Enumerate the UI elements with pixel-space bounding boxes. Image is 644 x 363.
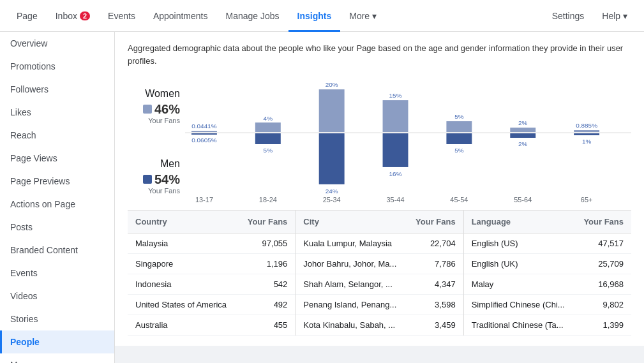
sidebar-item-reach[interactable]: Reach: [0, 124, 114, 147]
women-label-group: Women 46% Your Fans: [128, 88, 180, 124]
table-row: United States of America 492: [128, 295, 295, 315]
sidebar-item-messages[interactable]: Messages: [0, 353, 114, 363]
label-men-25-34: 24%: [326, 188, 338, 195]
table-row: Penang Island, Penang... 3,598: [296, 295, 463, 315]
bar-men-35-44: [383, 133, 408, 167]
bar-men-45-54: [446, 133, 472, 144]
nav-events[interactable]: Events: [99, 0, 144, 32]
bar-chart-svg: 0.0441% 4% 20% 15% 5%: [185, 77, 631, 205]
nav-page[interactable]: Page: [8, 0, 47, 32]
nav-manage-jobs[interactable]: Manage Jobs: [217, 0, 288, 32]
label-women-45-54: 5%: [454, 113, 464, 120]
table-row: Johor Bahru, Johor, Ma... 7,786: [296, 254, 463, 274]
sidebar-item-page-previews[interactable]: Page Previews: [0, 170, 114, 193]
women-label: Women: [145, 88, 180, 100]
sidebar-item-people[interactable]: People: [0, 330, 114, 353]
bar-men-18-24: [255, 133, 281, 144]
country-table-header: Country Your Fans: [128, 211, 295, 233]
label-men-65plus: 1%: [582, 138, 592, 145]
men-label-group: Men 54% Your Fans: [128, 158, 180, 195]
nav-more[interactable]: More ▾: [340, 0, 386, 32]
label-men-45-54: 5%: [454, 147, 464, 154]
label-men-13-17: 0.0605%: [191, 137, 216, 144]
table-row: Kuala Lumpur, Malaysia 22,704: [296, 233, 463, 254]
bar-men-25-34: [319, 133, 345, 184]
language-table: Language Your Fans English (US) 47,517 E…: [464, 211, 631, 336]
page-description: Aggregated demographic data about the pe…: [128, 42, 631, 67]
city-table-header: City Your Fans: [296, 211, 463, 233]
country-fans-header: Your Fans: [248, 217, 288, 226]
sidebar-item-page-views[interactable]: Page Views: [0, 147, 114, 170]
nav-appointments[interactable]: Appointments: [144, 0, 217, 32]
sidebar: Overview Promotions Followers Likes Reac…: [0, 32, 115, 363]
table-row: Kota Kinabalu, Sabah, ... 3,459: [296, 315, 463, 336]
age-label-25-34: 25-34: [323, 196, 341, 204]
sidebar-item-likes[interactable]: Likes: [0, 101, 114, 124]
bar-women-25-34: [319, 89, 345, 132]
bar-women-45-54: [446, 121, 472, 132]
sidebar-item-actions-on-page[interactable]: Actions on Page: [0, 193, 114, 216]
age-label-13-17: 13-17: [195, 196, 213, 204]
age-label-35-44: 35-44: [386, 196, 404, 204]
men-color-swatch: [143, 175, 152, 184]
men-label: Men: [160, 158, 180, 170]
label-men-35-44: 16%: [389, 170, 402, 177]
table-row: Malaysia 97,055: [128, 233, 295, 254]
label-women-55-64: 2%: [518, 119, 528, 126]
nav-help[interactable]: Help ▾: [593, 0, 636, 32]
inbox-badge: 2: [80, 11, 90, 20]
table-row: English (US) 47,517: [464, 233, 631, 254]
label-women-13-17: 0.0441%: [191, 122, 216, 130]
bar-men-13-17: [191, 133, 217, 135]
sidebar-item-followers[interactable]: Followers: [0, 78, 114, 101]
table-row: Indonesia 542: [128, 274, 295, 295]
city-table: City Your Fans Kuala Lumpur, Malaysia 22…: [296, 211, 463, 336]
demographics-chart: Women 46% Your Fans Men 54% Your: [128, 77, 631, 205]
table-row: Traditional Chinese (Ta... 1,399: [464, 315, 631, 336]
table-row: Simplified Chinese (Chi... 9,802: [464, 295, 631, 315]
bar-women-55-64: [510, 128, 535, 132]
bar-women-35-44: [383, 100, 408, 132]
label-men-18-24: 5%: [264, 147, 273, 154]
label-men-55-64: 2%: [518, 140, 528, 147]
chart-left-labels: Women 46% Your Fans Men 54% Your: [128, 77, 185, 205]
women-color-swatch: [143, 105, 152, 114]
language-col-header: Language: [472, 217, 511, 226]
country-table: Country Your Fans Malaysia 97,055 Singap…: [128, 211, 296, 336]
age-label-45-54: 45-54: [450, 196, 468, 204]
age-label-55-64: 55-64: [514, 196, 532, 204]
sidebar-item-promotions[interactable]: Promotions: [0, 55, 114, 78]
top-navigation: Page Inbox 2 Events Appointments Manage …: [0, 0, 644, 32]
label-women-35-44: 15%: [389, 92, 402, 99]
data-tables: Country Your Fans Malaysia 97,055 Singap…: [128, 210, 631, 336]
sidebar-item-branded-content[interactable]: Branded Content: [0, 239, 114, 262]
sidebar-item-posts[interactable]: Posts: [0, 216, 114, 239]
women-fan-label: Your Fans: [148, 117, 180, 124]
table-row: Australia 455: [128, 315, 295, 336]
bar-men-55-64: [510, 133, 535, 138]
bar-women-13-17: [191, 131, 217, 132]
label-women-25-34: 20%: [326, 81, 338, 88]
nav-settings[interactable]: Settings: [543, 0, 594, 32]
label-women-18-24: 4%: [264, 115, 273, 122]
nav-inbox[interactable]: Inbox 2: [47, 0, 99, 32]
nav-insights[interactable]: Insights: [288, 0, 341, 32]
age-label-65plus: 65+: [581, 196, 593, 204]
content-area: Aggregated demographic data about the pe…: [115, 32, 644, 346]
sidebar-item-stories[interactable]: Stories: [0, 307, 114, 330]
bar-women-18-24: [255, 122, 281, 132]
table-row: Singapore 1,196: [128, 254, 295, 274]
women-percentage: 46%: [154, 102, 180, 117]
label-women-65plus: 0.885%: [576, 122, 597, 129]
sidebar-item-overview[interactable]: Overview: [0, 32, 114, 55]
sidebar-item-videos[interactable]: Videos: [0, 285, 114, 307]
main-layout: Overview Promotions Followers Likes Reac…: [0, 32, 644, 363]
language-table-header: Language Your Fans: [464, 211, 631, 233]
sidebar-item-events[interactable]: Events: [0, 262, 114, 285]
men-percentage: 54%: [154, 172, 180, 187]
language-fans-header: Your Fans: [583, 217, 624, 226]
main-content: Aggregated demographic data about the pe…: [115, 32, 644, 363]
country-col-header: Country: [135, 217, 167, 226]
bar-men-65plus: [574, 133, 599, 135]
city-col-header: City: [303, 217, 319, 226]
